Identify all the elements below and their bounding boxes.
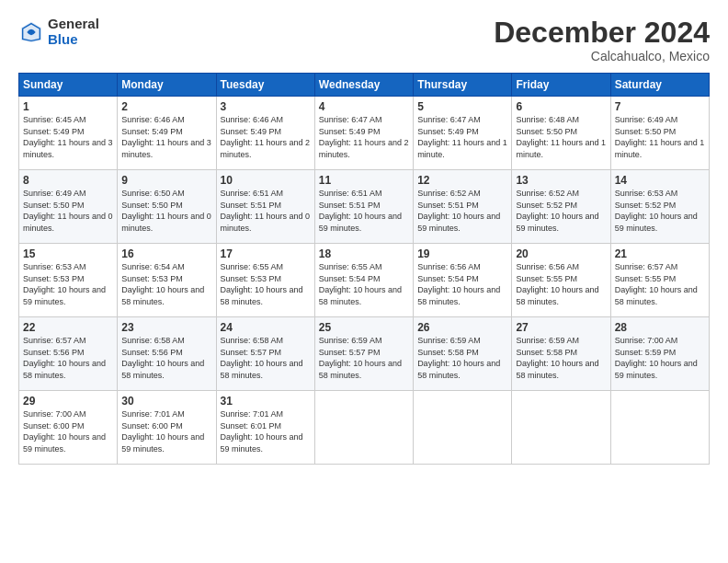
weekday-header-wednesday: Wednesday — [314, 74, 413, 97]
day-number: 6 — [516, 100, 606, 113]
day-number: 21 — [615, 247, 705, 260]
calendar-cell: 25 Sunrise: 6:59 AMSunset: 5:57 PMDaylig… — [314, 317, 413, 391]
day-info: Sunrise: 6:48 AMSunset: 5:50 PMDaylight:… — [516, 114, 606, 160]
day-info: Sunrise: 6:49 AMSunset: 5:50 PMDaylight:… — [23, 188, 113, 234]
day-info: Sunrise: 6:53 AMSunset: 5:53 PMDaylight:… — [23, 261, 113, 307]
day-number: 16 — [121, 247, 211, 260]
week-row-2: 8 Sunrise: 6:49 AMSunset: 5:50 PMDayligh… — [19, 170, 710, 244]
location: Calcahualco, Mexico — [494, 49, 710, 63]
day-number: 31 — [221, 395, 311, 408]
day-info: Sunrise: 7:01 AMSunset: 6:00 PMDaylight:… — [121, 408, 211, 454]
day-number: 22 — [23, 321, 113, 334]
day-number: 17 — [221, 247, 311, 260]
calendar-cell: 2 Sunrise: 6:46 AMSunset: 5:49 PMDayligh… — [118, 97, 216, 170]
weekday-header-friday: Friday — [512, 74, 610, 97]
calendar-cell: 7 Sunrise: 6:49 AMSunset: 5:50 PMDayligh… — [610, 97, 709, 170]
day-info: Sunrise: 6:46 AMSunset: 5:49 PMDaylight:… — [121, 114, 211, 160]
day-number: 10 — [221, 174, 311, 187]
week-row-1: 1 Sunrise: 6:45 AMSunset: 5:49 PMDayligh… — [19, 97, 710, 170]
day-info: Sunrise: 6:51 AMSunset: 5:51 PMDaylight:… — [221, 188, 311, 234]
day-number: 1 — [23, 100, 113, 113]
day-number: 13 — [516, 174, 606, 187]
month-title: December 2024 — [494, 17, 710, 49]
day-info: Sunrise: 6:45 AMSunset: 5:49 PMDaylight:… — [23, 114, 113, 160]
logo-icon — [18, 19, 44, 45]
day-number: 11 — [319, 174, 409, 187]
calendar-cell: 28 Sunrise: 7:00 AMSunset: 5:59 PMDaylig… — [610, 317, 709, 391]
logo-general-text: General — [48, 17, 99, 32]
day-number: 4 — [319, 100, 409, 113]
weekday-header-row: SundayMondayTuesdayWednesdayThursdayFrid… — [19, 74, 710, 97]
day-number: 15 — [23, 247, 113, 260]
day-number: 14 — [615, 174, 705, 187]
week-row-5: 29 Sunrise: 7:00 AMSunset: 6:00 PMDaylig… — [19, 391, 710, 465]
logo-blue-text: Blue — [48, 32, 99, 48]
day-number: 12 — [417, 174, 507, 187]
calendar-cell: 20 Sunrise: 6:56 AMSunset: 5:55 PMDaylig… — [512, 244, 610, 317]
day-info: Sunrise: 6:58 AMSunset: 5:57 PMDaylight:… — [221, 335, 311, 381]
calendar-cell: 1 Sunrise: 6:45 AMSunset: 5:49 PMDayligh… — [19, 97, 118, 170]
day-info: Sunrise: 6:51 AMSunset: 5:51 PMDaylight:… — [319, 188, 409, 234]
calendar-cell: 5 Sunrise: 6:47 AMSunset: 5:49 PMDayligh… — [414, 97, 512, 170]
day-info: Sunrise: 6:46 AMSunset: 5:49 PMDaylight:… — [221, 114, 311, 160]
calendar-cell: 6 Sunrise: 6:48 AMSunset: 5:50 PMDayligh… — [512, 97, 610, 170]
page: General Blue December 2024 Calcahualco, … — [0, 0, 728, 563]
calendar-cell: 8 Sunrise: 6:49 AMSunset: 5:50 PMDayligh… — [19, 170, 118, 244]
day-info: Sunrise: 6:58 AMSunset: 5:56 PMDaylight:… — [121, 335, 211, 381]
day-info: Sunrise: 6:52 AMSunset: 5:51 PMDaylight:… — [417, 188, 507, 234]
day-info: Sunrise: 6:54 AMSunset: 5:53 PMDaylight:… — [121, 261, 211, 307]
calendar-cell: 23 Sunrise: 6:58 AMSunset: 5:56 PMDaylig… — [118, 317, 216, 391]
day-info: Sunrise: 6:55 AMSunset: 5:53 PMDaylight:… — [221, 261, 311, 307]
day-number: 3 — [221, 100, 311, 113]
weekday-header-sunday: Sunday — [19, 74, 118, 97]
day-info: Sunrise: 6:59 AMSunset: 5:58 PMDaylight:… — [417, 335, 507, 381]
day-info: Sunrise: 6:47 AMSunset: 5:49 PMDaylight:… — [319, 114, 409, 160]
day-number: 18 — [319, 247, 409, 260]
week-row-3: 15 Sunrise: 6:53 AMSunset: 5:53 PMDaylig… — [19, 244, 710, 317]
day-number: 26 — [417, 321, 507, 334]
weekday-header-saturday: Saturday — [610, 74, 709, 97]
day-info: Sunrise: 6:47 AMSunset: 5:49 PMDaylight:… — [417, 114, 507, 160]
calendar-cell — [414, 391, 512, 465]
calendar-cell: 29 Sunrise: 7:00 AMSunset: 6:00 PMDaylig… — [19, 391, 118, 465]
calendar-cell — [314, 391, 413, 465]
day-number: 24 — [221, 321, 311, 334]
calendar-cell: 27 Sunrise: 6:59 AMSunset: 5:58 PMDaylig… — [512, 317, 610, 391]
calendar-cell: 13 Sunrise: 6:52 AMSunset: 5:52 PMDaylig… — [512, 170, 610, 244]
day-info: Sunrise: 6:56 AMSunset: 5:55 PMDaylight:… — [516, 261, 606, 307]
calendar-cell: 9 Sunrise: 6:50 AMSunset: 5:50 PMDayligh… — [118, 170, 216, 244]
calendar-cell: 22 Sunrise: 6:57 AMSunset: 5:56 PMDaylig… — [19, 317, 118, 391]
calendar-cell: 17 Sunrise: 6:55 AMSunset: 5:53 PMDaylig… — [216, 244, 314, 317]
day-number: 30 — [121, 395, 211, 408]
calendar-cell: 31 Sunrise: 7:01 AMSunset: 6:01 PMDaylig… — [216, 391, 314, 465]
day-info: Sunrise: 7:00 AMSunset: 5:59 PMDaylight:… — [615, 335, 705, 381]
day-number: 28 — [615, 321, 705, 334]
day-info: Sunrise: 6:59 AMSunset: 5:57 PMDaylight:… — [319, 335, 409, 381]
day-info: Sunrise: 6:56 AMSunset: 5:54 PMDaylight:… — [417, 261, 507, 307]
calendar-cell: 11 Sunrise: 6:51 AMSunset: 5:51 PMDaylig… — [314, 170, 413, 244]
day-info: Sunrise: 6:55 AMSunset: 5:54 PMDaylight:… — [319, 261, 409, 307]
day-number: 23 — [121, 321, 211, 334]
day-info: Sunrise: 6:57 AMSunset: 5:55 PMDaylight:… — [615, 261, 705, 307]
day-number: 9 — [121, 174, 211, 187]
calendar-table: SundayMondayTuesdayWednesdayThursdayFrid… — [18, 73, 710, 465]
calendar-cell: 18 Sunrise: 6:55 AMSunset: 5:54 PMDaylig… — [314, 244, 413, 317]
day-info: Sunrise: 6:52 AMSunset: 5:52 PMDaylight:… — [516, 188, 606, 234]
logo-text: General Blue — [48, 17, 99, 47]
calendar-cell: 24 Sunrise: 6:58 AMSunset: 5:57 PMDaylig… — [216, 317, 314, 391]
weekday-header-monday: Monday — [118, 74, 216, 97]
calendar-cell: 16 Sunrise: 6:54 AMSunset: 5:53 PMDaylig… — [118, 244, 216, 317]
calendar-cell: 19 Sunrise: 6:56 AMSunset: 5:54 PMDaylig… — [414, 244, 512, 317]
calendar-cell: 30 Sunrise: 7:01 AMSunset: 6:00 PMDaylig… — [118, 391, 216, 465]
title-block: December 2024 Calcahualco, Mexico — [494, 17, 710, 63]
calendar-cell — [610, 391, 709, 465]
calendar-cell — [512, 391, 610, 465]
calendar-cell: 3 Sunrise: 6:46 AMSunset: 5:49 PMDayligh… — [216, 97, 314, 170]
day-number: 20 — [516, 247, 606, 260]
day-number: 19 — [417, 247, 507, 260]
calendar-cell: 10 Sunrise: 6:51 AMSunset: 5:51 PMDaylig… — [216, 170, 314, 244]
day-number: 25 — [319, 321, 409, 334]
header: General Blue December 2024 Calcahualco, … — [18, 17, 710, 63]
week-row-4: 22 Sunrise: 6:57 AMSunset: 5:56 PMDaylig… — [19, 317, 710, 391]
calendar-cell: 21 Sunrise: 6:57 AMSunset: 5:55 PMDaylig… — [610, 244, 709, 317]
